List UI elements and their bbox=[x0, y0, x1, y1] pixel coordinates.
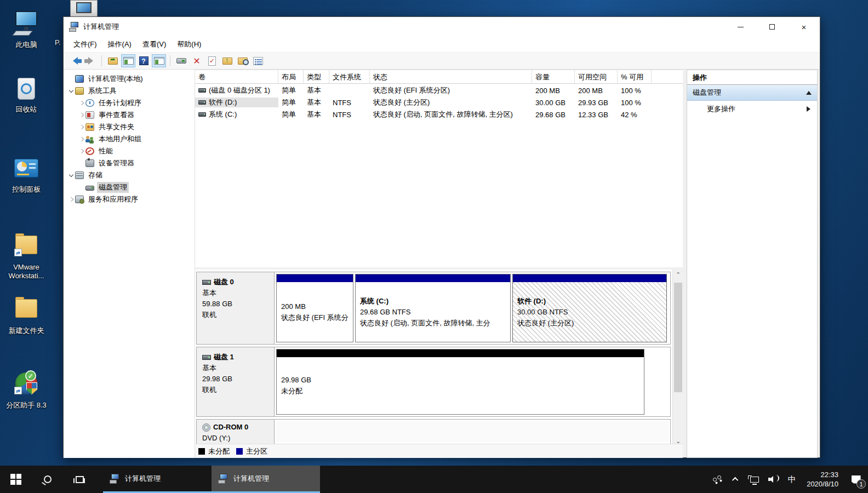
tree-item-device-manager[interactable]: 设备管理器 bbox=[64, 157, 195, 169]
cdrom-media-area bbox=[276, 421, 669, 442]
column-header-capacity[interactable]: 容量 bbox=[532, 70, 575, 83]
desktop-icon-control-panel[interactable]: 控制面板 bbox=[0, 154, 53, 194]
unallocated-space[interactable]: 29.98 GB未分配 bbox=[276, 349, 644, 415]
volume-row-efi[interactable]: (磁盘 0 磁盘分区 1) 简单 基本 状态良好 (EFI 系统分区) 200 … bbox=[195, 84, 683, 96]
network-button[interactable] bbox=[745, 466, 764, 493]
collapse-icon[interactable] bbox=[806, 91, 812, 95]
users-icon bbox=[85, 135, 94, 143]
chevron-right-icon[interactable] bbox=[77, 113, 85, 117]
people-button[interactable] bbox=[708, 466, 727, 493]
column-header-type[interactable]: 类型 bbox=[304, 70, 329, 83]
minimize-button[interactable] bbox=[724, 17, 756, 37]
taskbar-app-computer-management-2[interactable]: 计算机管理 bbox=[212, 466, 320, 493]
back-button[interactable] bbox=[68, 54, 82, 67]
task-view-button[interactable] bbox=[64, 466, 95, 493]
tree-item-disk-management[interactable]: 磁盘管理 bbox=[64, 181, 195, 193]
primary-partition-stripe bbox=[513, 274, 666, 282]
network-icon bbox=[750, 477, 759, 483]
volume-row-c[interactable]: 系统 (C:) 简单 基本 NTFS 状态良好 (启动, 页面文件, 故障转储,… bbox=[195, 108, 683, 121]
scroll-up-icon[interactable]: ⌃ bbox=[673, 270, 683, 279]
menu-file[interactable]: 文件(F) bbox=[68, 37, 102, 52]
rescan-disks-button[interactable] bbox=[174, 54, 189, 67]
search-button[interactable] bbox=[32, 466, 64, 493]
chevron-right-icon[interactable] bbox=[77, 125, 85, 129]
partition-legend: 未分配 主分区 bbox=[195, 444, 683, 458]
disk-1-label[interactable]: 磁盘 1 基本 29.98 GB 联机 bbox=[197, 347, 275, 416]
tree-item-storage[interactable]: 存储 bbox=[64, 169, 195, 181]
volume-button[interactable] bbox=[764, 466, 783, 493]
tree-item-system-tools[interactable]: 系统工具 bbox=[64, 85, 195, 97]
column-header-filesystem[interactable]: 文件系统 bbox=[329, 70, 370, 83]
show-action-pane-button[interactable] bbox=[152, 54, 166, 67]
tree-item-task-scheduler[interactable]: 任务计划程序 bbox=[64, 97, 195, 109]
app-icon bbox=[110, 474, 121, 484]
desktop-icon-label: 此电脑 bbox=[0, 41, 53, 49]
clock-icon bbox=[85, 99, 94, 107]
desktop-icon-partition-assistant[interactable]: ✓ 分区助手 8.3 bbox=[0, 370, 53, 410]
event-log-icon bbox=[85, 111, 94, 119]
more-actions-item[interactable]: 更多操作 bbox=[687, 101, 817, 117]
forward-button[interactable] bbox=[83, 54, 98, 67]
volume-row-d[interactable]: 软件 (D:) 简单 基本 NTFS 状态良好 (主分区) 30.00 GB 2… bbox=[195, 96, 683, 108]
menu-action[interactable]: 操作(A) bbox=[102, 37, 137, 52]
disk-view-scrollbar[interactable]: ⌃ ⌄ bbox=[672, 270, 683, 446]
column-header-percent-free[interactable]: % 可用 bbox=[618, 70, 652, 83]
show-hidden-icons-button[interactable] bbox=[727, 466, 745, 493]
ime-indicator[interactable]: 中 bbox=[783, 466, 801, 493]
export-button[interactable] bbox=[106, 54, 120, 67]
desktop-icon-new-folder[interactable]: 新建文件夹 bbox=[0, 296, 53, 335]
chevron-right-icon[interactable] bbox=[77, 137, 85, 141]
actions-section-disk-management[interactable]: 磁盘管理 bbox=[687, 85, 817, 101]
partition-c[interactable]: 系统 (C:)29.68 GB NTFS状态良好 (启动, 页面文件, 故障转储… bbox=[355, 274, 511, 342]
legend-unallocated-label: 未分配 bbox=[208, 446, 230, 456]
disk-0-label[interactable]: 磁盘 0 基本 59.88 GB 联机 bbox=[197, 272, 275, 344]
column-header-layout[interactable]: 布局 bbox=[278, 70, 304, 83]
back-icon bbox=[73, 57, 78, 65]
action-center-button[interactable]: 1 bbox=[844, 466, 868, 493]
submenu-arrow-icon bbox=[807, 106, 810, 112]
check-document-icon bbox=[208, 56, 216, 66]
background-window-fragment[interactable] bbox=[70, 0, 98, 17]
tree-item-local-users-groups[interactable]: 本地用户和组 bbox=[64, 133, 195, 145]
tools-icon bbox=[75, 87, 84, 95]
close-button[interactable]: × bbox=[788, 17, 820, 37]
chevron-right-icon[interactable] bbox=[67, 198, 75, 201]
desktop-icon-label: 新建文件夹 bbox=[0, 326, 53, 335]
clock[interactable]: 22:33 2020/8/10 bbox=[801, 470, 844, 489]
scrollbar-thumb[interactable] bbox=[674, 283, 682, 392]
start-button[interactable] bbox=[0, 466, 32, 493]
delete-button[interactable]: ✕ bbox=[190, 54, 204, 67]
tree-item-shared-folders[interactable]: 共享文件夹 bbox=[64, 121, 195, 133]
desktop-icon-this-pc[interactable]: 此电脑 bbox=[0, 10, 53, 49]
tree-item-computer-management[interactable]: 计算机管理(本地) bbox=[64, 73, 195, 85]
taskbar-app-computer-management-1[interactable]: 计算机管理 bbox=[103, 466, 212, 493]
this-pc-icon bbox=[12, 10, 41, 38]
view-options-button[interactable] bbox=[251, 54, 265, 67]
tree-item-event-viewer[interactable]: 事件查看器 bbox=[64, 109, 195, 121]
help-button[interactable]: ? bbox=[136, 54, 151, 67]
column-header-volume[interactable]: 卷 bbox=[195, 70, 278, 83]
column-header-status[interactable]: 状态 bbox=[370, 70, 532, 83]
menu-view[interactable]: 查看(V) bbox=[137, 37, 172, 52]
chevron-down-icon[interactable] bbox=[67, 90, 75, 92]
up-folder-button[interactable] bbox=[220, 54, 235, 67]
show-console-tree-button[interactable] bbox=[121, 54, 135, 67]
menu-help[interactable]: 帮助(H) bbox=[172, 37, 207, 52]
maximize-button[interactable] bbox=[756, 17, 788, 37]
explore-button[interactable] bbox=[236, 54, 250, 67]
properties-button[interactable] bbox=[205, 54, 219, 67]
title-bar[interactable]: 计算机管理 × bbox=[64, 17, 820, 37]
tree-item-performance[interactable]: 性能 bbox=[64, 145, 195, 157]
desktop-icon-vmware-folder[interactable]: VMware Workstati... bbox=[0, 232, 53, 280]
chevron-down-icon[interactable] bbox=[67, 174, 75, 176]
app-icon bbox=[218, 474, 229, 484]
partition-assistant-icon: ✓ bbox=[12, 370, 41, 399]
chevron-right-icon[interactable] bbox=[77, 150, 85, 153]
partition-efi[interactable]: 200 MB状态良好 (EFI 系统分 bbox=[276, 274, 353, 342]
desktop-icon-recycle-bin[interactable]: 回收站 bbox=[0, 74, 53, 114]
column-header-free-space[interactable]: 可用空间 bbox=[575, 70, 618, 83]
tree-item-services-applications[interactable]: 服务和应用程序 bbox=[64, 193, 195, 205]
partition-d-selected[interactable]: 软件 (D:)30.00 GB NTFS状态良好 (主分区) bbox=[512, 274, 667, 342]
chevron-right-icon[interactable] bbox=[77, 101, 85, 105]
cdrom-0-label[interactable]: CD-ROM 0 DVD (Y:) bbox=[197, 420, 275, 444]
